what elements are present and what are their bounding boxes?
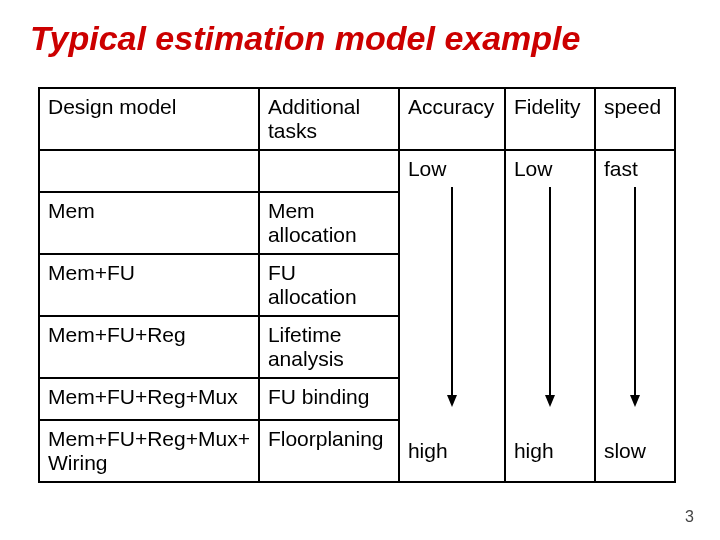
table-container: Design model Additional tasks Accuracy F… bbox=[38, 87, 690, 483]
header-fidelity: Fidelity bbox=[505, 88, 595, 150]
header-design-model: Design model bbox=[39, 88, 259, 150]
cell-model: Mem+FU+Reg+Mux+ Wiring bbox=[39, 420, 259, 482]
cell-model bbox=[39, 150, 259, 192]
estimation-table: Design model Additional tasks Accuracy F… bbox=[38, 87, 676, 483]
svg-marker-1 bbox=[447, 395, 457, 407]
header-accuracy: Accuracy bbox=[399, 88, 505, 150]
cell-task: Mem allocation bbox=[259, 192, 399, 254]
speed-bottom-label: slow bbox=[604, 439, 646, 463]
cell-model: Mem+FU+Reg+Mux bbox=[39, 378, 259, 420]
fidelity-scale-cell: Low high bbox=[505, 150, 595, 482]
page-number: 3 bbox=[685, 508, 694, 526]
header-additional-tasks: Additional tasks bbox=[259, 88, 399, 150]
fidelity-top-label: Low bbox=[514, 157, 553, 181]
cell-task: FU allocation bbox=[259, 254, 399, 316]
svg-marker-3 bbox=[545, 395, 555, 407]
arrow-down-icon bbox=[628, 187, 642, 407]
accuracy-scale-cell: Low high bbox=[399, 150, 505, 482]
fidelity-bottom-label: high bbox=[514, 439, 554, 463]
cell-task bbox=[259, 150, 399, 192]
speed-top-label: fast bbox=[604, 157, 638, 181]
arrow-down-icon bbox=[543, 187, 557, 407]
cell-task: Lifetime analysis bbox=[259, 316, 399, 378]
table-header-row: Design model Additional tasks Accuracy F… bbox=[39, 88, 675, 150]
slide-title: Typical estimation model example bbox=[30, 20, 690, 57]
table-row: Low high Low high fast bbox=[39, 150, 675, 192]
header-speed: speed bbox=[595, 88, 675, 150]
speed-scale-cell: fast slow bbox=[595, 150, 675, 482]
accuracy-bottom-label: high bbox=[408, 439, 448, 463]
cell-task: FU binding bbox=[259, 378, 399, 420]
accuracy-top-label: Low bbox=[408, 157, 447, 181]
cell-task: Floorplaning bbox=[259, 420, 399, 482]
cell-model: Mem+FU bbox=[39, 254, 259, 316]
cell-model: Mem+FU+Reg bbox=[39, 316, 259, 378]
cell-model: Mem bbox=[39, 192, 259, 254]
slide: Typical estimation model example Design … bbox=[0, 0, 720, 540]
arrow-down-icon bbox=[445, 187, 459, 407]
svg-marker-5 bbox=[630, 395, 640, 407]
